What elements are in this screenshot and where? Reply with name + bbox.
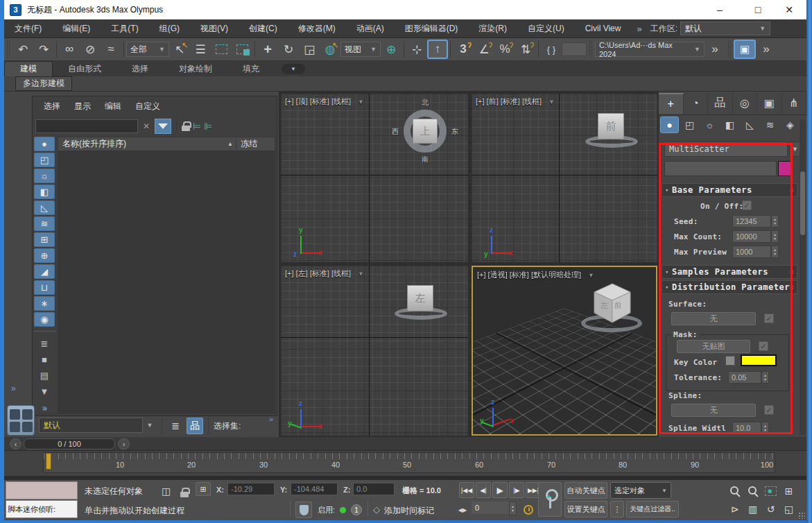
category-geometry[interactable]: ● (660, 117, 679, 133)
viewport-front-label[interactable]: [+] [前] [标准] [线框]▼ (476, 96, 555, 107)
zoom-region-button[interactable]: ⊞ (781, 483, 797, 499)
named-selection-set-dropdown[interactable]: 默认 (39, 418, 143, 433)
viewcube-3d-icon[interactable] (590, 282, 634, 325)
set-key-button[interactable]: 设置关键点 (564, 501, 607, 517)
display-shapes-toggle[interactable]: ◰ (34, 153, 55, 167)
rollout-distribution-parameters[interactable]: ▾ Distribution Parameter: ∷ (662, 280, 797, 294)
viewport-top[interactable]: [+] [顶] [标准] [线框]▼ 上 北 东 南 西 y x z (281, 94, 468, 262)
viewcube-face-left[interactable]: 左 (601, 300, 608, 311)
menu-civil-view[interactable]: Civil View (575, 19, 632, 37)
menu-animation[interactable]: 动画(A) (346, 19, 395, 37)
previous-frame-button[interactable]: ‹ (10, 438, 21, 449)
key-mode-toggle[interactable]: ◀▶ (456, 501, 469, 518)
compass-north[interactable]: 北 (422, 98, 429, 108)
next-key-button[interactable]: |▶ (509, 482, 524, 498)
add-time-tag-text[interactable]: 添加时间标记 (384, 505, 434, 517)
display-spacewarps-toggle[interactable]: ≋ (34, 216, 55, 231)
menu-modifiers[interactable]: 修改器(M) (288, 19, 346, 37)
tree-view-icon[interactable]: ⊨ (193, 121, 201, 132)
ribbon-tab-populate[interactable]: 填充 (227, 62, 275, 76)
menu-group[interactable]: 组(G) (149, 19, 190, 37)
per-view-filter-icon[interactable]: ▼ (588, 272, 594, 279)
play-button[interactable]: ▶ (492, 482, 508, 498)
viewcube-face[interactable]: 前 (598, 113, 624, 139)
max-preview-spinner[interactable]: ▴▾ (771, 246, 779, 258)
go-to-start-button[interactable]: |◀◀ (459, 482, 474, 498)
named-selection-field[interactable] (562, 42, 587, 56)
frame-counter-field[interactable]: 0 / 100 (24, 438, 115, 449)
menu-edit[interactable]: 编辑(E) (52, 19, 101, 37)
search-filter-button[interactable] (155, 119, 171, 134)
spinner-snap-toggle[interactable]: ⇅ʔ (515, 40, 536, 59)
select-and-move-button[interactable]: + (257, 40, 278, 59)
select-and-place-button[interactable]: ◍↖ (320, 40, 340, 59)
detail-view-button[interactable]: ▤ (34, 368, 55, 383)
mask-map-button[interactable]: 无贴图 (677, 340, 750, 353)
select-by-name-button[interactable]: ☰ (190, 40, 211, 59)
select-object-button[interactable]: ↖↖ (169, 40, 190, 59)
key-color-swatch[interactable] (741, 354, 777, 366)
y-coordinate-field[interactable]: -104.484 (291, 483, 338, 495)
x-coordinate-field[interactable]: -10.29 (227, 483, 275, 495)
viewport-perspective-label[interactable]: [+] [透视] [标准] [默认明暗处理]▼ (477, 270, 594, 280)
surface-checkbox[interactable]: ✓ (764, 314, 774, 323)
maxscript-mini-listener-white[interactable]: 脚本迷你侦听: (6, 500, 78, 518)
display-particles-toggle[interactable]: ∗ (34, 296, 55, 311)
dock-overflow-icon[interactable]: » (11, 384, 16, 393)
field-of-view-button[interactable]: ⊳ (727, 501, 743, 517)
max-count-spinner[interactable]: ▴▾ (771, 230, 779, 243)
set-keys-button[interactable]: + (538, 482, 562, 517)
menu-tools[interactable]: 工具(T) (101, 19, 148, 37)
thumbnail-view-button[interactable]: ■ (34, 352, 55, 367)
tolerance-field[interactable]: 0.05 (728, 371, 761, 384)
percent-snap-toggle[interactable]: %ʔ (494, 40, 515, 59)
select-and-manipulate-button[interactable]: ⊹ (406, 40, 427, 59)
display-xrefs-toggle[interactable]: ⊕ (34, 248, 55, 263)
object-name-field[interactable] (664, 161, 777, 176)
schematic-view-button[interactable]: 品 (187, 418, 203, 434)
display-cameras-toggle[interactable]: ◧ (34, 185, 55, 199)
spline-checkbox[interactable]: ✓ (764, 405, 774, 415)
category-lights[interactable]: ☼ (700, 117, 719, 133)
display-lights-toggle[interactable]: ☼ (34, 169, 55, 183)
ribbon-tab-modeling[interactable]: 建模 (4, 61, 53, 76)
display-groups-toggle[interactable]: ⊞ (34, 232, 55, 247)
current-frame-field[interactable]: 0 (472, 501, 509, 514)
explorer-menu-edit[interactable]: 编辑 (99, 99, 127, 114)
seed-field[interactable]: 12345 (732, 215, 771, 228)
column-header-name[interactable]: 名称(按升序排序) ▲ (58, 138, 236, 150)
zoom-extents-button[interactable]: ■ (763, 483, 779, 499)
compass-west[interactable]: 西 (392, 127, 399, 137)
viewcube[interactable]: 左 前 (581, 282, 643, 338)
lock-icon[interactable] (182, 121, 190, 131)
category-systems[interactable]: ◈ (781, 117, 800, 133)
per-view-filter-icon[interactable]: ▼ (358, 271, 364, 277)
viewcube[interactable]: 左 (393, 281, 449, 327)
menu-graph-editors[interactable]: 图形编辑器(D) (395, 19, 469, 37)
frame-spinner[interactable]: ▴▾ (509, 501, 517, 515)
zoom-button[interactable] (727, 483, 743, 499)
ribbon-tab-selection[interactable]: 选择 (116, 62, 164, 76)
tab-utilities[interactable]: ⋔ (782, 93, 807, 114)
tab-modify[interactable]: ◔ (684, 93, 709, 114)
list-view-button[interactable]: ≣ (34, 336, 55, 351)
tab-display[interactable]: ▣ (757, 93, 782, 114)
display-visibility-toggle[interactable]: ◉ (34, 312, 55, 327)
tolerance-spinner[interactable]: ▴▾ (761, 371, 769, 384)
viewcube-face[interactable]: 上 (413, 119, 438, 144)
time-slider-handle[interactable] (46, 453, 51, 470)
spline-width-field[interactable]: 10.0 (732, 422, 761, 434)
select-and-link-button[interactable]: ∞ (59, 40, 80, 59)
use-pivot-center-button[interactable]: ⊕ (381, 40, 401, 59)
on-off-checkbox[interactable]: ✓ (742, 200, 752, 210)
clear-search-icon[interactable]: ✕ (141, 121, 152, 131)
category-helpers[interactable]: ◺ (741, 117, 759, 133)
spline-pick-button[interactable]: 无 (671, 404, 756, 417)
viewcube[interactable]: 前 (584, 109, 639, 155)
tab-hierarchy[interactable]: 品 (708, 93, 733, 114)
viewport-perspective[interactable]: [+] [透视] [标准] [默认明暗处理]▼ 左 前 z x y (472, 266, 657, 436)
minimize-button[interactable]: – (700, 0, 739, 19)
menu-views[interactable]: 视图(V) (190, 19, 239, 37)
selection-lock-toggle[interactable] (176, 484, 192, 501)
viewcube[interactable]: 上 北 东 南 西 (392, 98, 458, 164)
